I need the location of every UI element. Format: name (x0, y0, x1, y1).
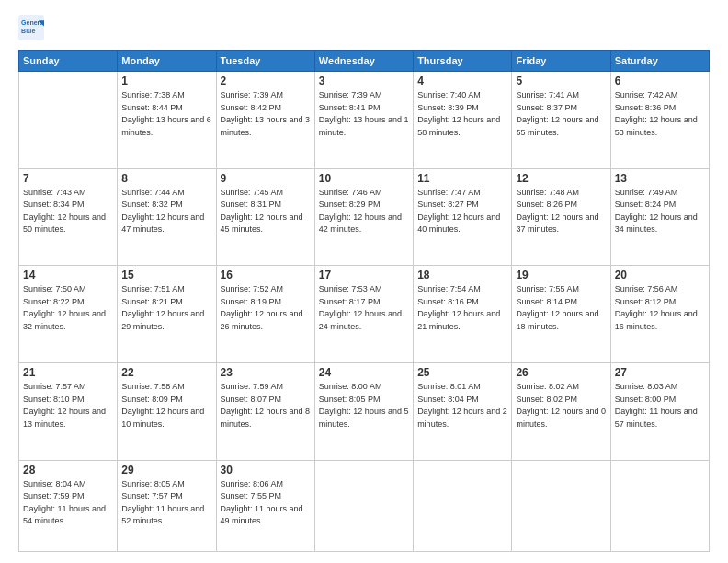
day-number: 21 (23, 366, 113, 379)
day-info: Sunrise: 8:04 AMSunset: 7:59 PMDaylight:… (23, 478, 113, 528)
calendar-table: SundayMondayTuesdayWednesdayThursdayFrid… (18, 50, 710, 552)
calendar-day-cell: 26Sunrise: 8:02 AMSunset: 8:02 PMDayligh… (512, 363, 610, 461)
calendar-day-cell: 18Sunrise: 7:54 AMSunset: 8:16 PMDayligh… (414, 266, 512, 363)
day-info: Sunrise: 7:49 AMSunset: 8:24 PMDaylight:… (615, 187, 705, 236)
day-number: 16 (221, 269, 311, 282)
day-number: 30 (221, 464, 311, 477)
calendar-day-cell: 16Sunrise: 7:52 AMSunset: 8:19 PMDayligh… (216, 266, 314, 363)
calendar-day-cell: 3Sunrise: 7:39 AMSunset: 8:41 PMDaylight… (314, 72, 413, 169)
day-number: 15 (121, 269, 211, 282)
calendar-day-cell: 24Sunrise: 8:00 AMSunset: 8:05 PMDayligh… (314, 363, 413, 461)
calendar-header-friday: Friday (512, 51, 610, 72)
day-info: Sunrise: 8:06 AMSunset: 7:55 PMDaylight:… (221, 478, 311, 528)
day-number: 28 (23, 464, 113, 477)
day-number: 13 (615, 172, 705, 185)
day-number: 14 (23, 269, 113, 282)
day-info: Sunrise: 7:47 AMSunset: 8:27 PMDaylight:… (417, 187, 507, 236)
day-number: 3 (319, 75, 409, 87)
calendar-day-cell: 28Sunrise: 8:04 AMSunset: 7:59 PMDayligh… (19, 460, 118, 551)
day-info: Sunrise: 7:52 AMSunset: 8:19 PMDaylight:… (221, 283, 311, 333)
calendar-day-cell (314, 460, 413, 551)
day-number: 1 (121, 75, 211, 87)
day-number: 8 (121, 172, 211, 185)
calendar-header-saturday: Saturday (610, 51, 709, 72)
calendar-day-cell: 29Sunrise: 8:05 AMSunset: 7:57 PMDayligh… (118, 460, 216, 551)
calendar-day-cell: 27Sunrise: 8:03 AMSunset: 8:00 PMDayligh… (610, 363, 709, 461)
day-info: Sunrise: 7:59 AMSunset: 8:07 PMDaylight:… (221, 381, 311, 431)
calendar-day-cell: 19Sunrise: 7:55 AMSunset: 8:14 PMDayligh… (512, 266, 610, 363)
calendar-day-cell: 22Sunrise: 7:58 AMSunset: 8:09 PMDayligh… (118, 363, 216, 461)
calendar-header-tuesday: Tuesday (216, 51, 314, 72)
day-number: 11 (417, 172, 507, 185)
day-info: Sunrise: 7:55 AMSunset: 8:14 PMDaylight:… (516, 283, 606, 333)
day-number: 27 (615, 366, 705, 379)
day-number: 9 (221, 172, 311, 185)
svg-text:Blue: Blue (21, 28, 35, 34)
day-info: Sunrise: 7:53 AMSunset: 8:17 PMDaylight:… (319, 283, 409, 333)
calendar-week-row: 7Sunrise: 7:43 AMSunset: 8:34 PMDaylight… (19, 168, 710, 266)
day-info: Sunrise: 7:40 AMSunset: 8:39 PMDaylight:… (417, 89, 507, 139)
day-info: Sunrise: 7:50 AMSunset: 8:22 PMDaylight:… (23, 283, 113, 333)
calendar-day-cell: 23Sunrise: 7:59 AMSunset: 8:07 PMDayligh… (216, 363, 314, 461)
day-number: 25 (417, 366, 507, 379)
day-info: Sunrise: 7:54 AMSunset: 8:16 PMDaylight:… (417, 283, 507, 333)
day-info: Sunrise: 7:57 AMSunset: 8:10 PMDaylight:… (23, 381, 113, 431)
day-info: Sunrise: 8:02 AMSunset: 8:02 PMDaylight:… (516, 381, 606, 431)
day-number: 12 (516, 172, 606, 185)
calendar-week-row: 21Sunrise: 7:57 AMSunset: 8:10 PMDayligh… (19, 363, 710, 461)
day-number: 20 (615, 269, 705, 282)
calendar-day-cell: 14Sunrise: 7:50 AMSunset: 8:22 PMDayligh… (19, 266, 118, 363)
day-info: Sunrise: 7:58 AMSunset: 8:09 PMDaylight:… (121, 381, 211, 431)
calendar-day-cell: 8Sunrise: 7:44 AMSunset: 8:32 PMDaylight… (118, 168, 216, 266)
calendar-day-cell: 17Sunrise: 7:53 AMSunset: 8:17 PMDayligh… (314, 266, 413, 363)
header: General Blue (18, 15, 710, 40)
calendar-day-cell (512, 460, 610, 551)
day-info: Sunrise: 7:38 AMSunset: 8:44 PMDaylight:… (121, 89, 211, 139)
day-info: Sunrise: 7:39 AMSunset: 8:42 PMDaylight:… (221, 89, 311, 139)
day-number: 22 (121, 366, 211, 379)
day-number: 26 (516, 366, 606, 379)
day-info: Sunrise: 7:56 AMSunset: 8:12 PMDaylight:… (615, 283, 705, 333)
calendar-header-row: SundayMondayTuesdayWednesdayThursdayFrid… (19, 51, 710, 72)
day-number: 19 (516, 269, 606, 282)
day-info: Sunrise: 7:48 AMSunset: 8:26 PMDaylight:… (516, 187, 606, 236)
calendar-day-cell: 9Sunrise: 7:45 AMSunset: 8:31 PMDaylight… (216, 168, 314, 266)
day-info: Sunrise: 7:42 AMSunset: 8:36 PMDaylight:… (615, 89, 705, 139)
day-info: Sunrise: 8:03 AMSunset: 8:00 PMDaylight:… (615, 381, 705, 431)
calendar-week-row: 14Sunrise: 7:50 AMSunset: 8:22 PMDayligh… (19, 266, 710, 363)
calendar-header-monday: Monday (118, 51, 216, 72)
day-number: 5 (516, 75, 606, 87)
calendar-day-cell: 4Sunrise: 7:40 AMSunset: 8:39 PMDaylight… (414, 72, 512, 169)
day-number: 24 (319, 366, 409, 379)
calendar-week-row: 28Sunrise: 8:04 AMSunset: 7:59 PMDayligh… (19, 460, 710, 551)
calendar-day-cell: 20Sunrise: 7:56 AMSunset: 8:12 PMDayligh… (610, 266, 709, 363)
calendar-day-cell: 25Sunrise: 8:01 AMSunset: 8:04 PMDayligh… (414, 363, 512, 461)
calendar-day-cell (19, 72, 118, 169)
calendar-header-thursday: Thursday (414, 51, 512, 72)
calendar-day-cell: 1Sunrise: 7:38 AMSunset: 8:44 PMDaylight… (118, 72, 216, 169)
day-number: 4 (417, 75, 507, 87)
day-number: 2 (221, 75, 311, 87)
calendar-day-cell: 6Sunrise: 7:42 AMSunset: 8:36 PMDaylight… (610, 72, 709, 169)
logo: General Blue (18, 15, 48, 40)
day-number: 17 (319, 269, 409, 282)
day-number: 18 (417, 269, 507, 282)
logo-icon: General Blue (18, 15, 44, 40)
calendar-day-cell: 12Sunrise: 7:48 AMSunset: 8:26 PMDayligh… (512, 168, 610, 266)
day-info: Sunrise: 8:05 AMSunset: 7:57 PMDaylight:… (121, 478, 211, 528)
calendar-day-cell: 13Sunrise: 7:49 AMSunset: 8:24 PMDayligh… (610, 168, 709, 266)
calendar-day-cell: 30Sunrise: 8:06 AMSunset: 7:55 PMDayligh… (216, 460, 314, 551)
calendar-day-cell (414, 460, 512, 551)
calendar-day-cell: 5Sunrise: 7:41 AMSunset: 8:37 PMDaylight… (512, 72, 610, 169)
day-info: Sunrise: 7:43 AMSunset: 8:34 PMDaylight:… (23, 187, 113, 236)
calendar-day-cell (610, 460, 709, 551)
day-info: Sunrise: 7:44 AMSunset: 8:32 PMDaylight:… (121, 187, 211, 236)
day-number: 7 (23, 172, 113, 185)
calendar-day-cell: 7Sunrise: 7:43 AMSunset: 8:34 PMDaylight… (19, 168, 118, 266)
calendar-day-cell: 2Sunrise: 7:39 AMSunset: 8:42 PMDaylight… (216, 72, 314, 169)
day-info: Sunrise: 8:01 AMSunset: 8:04 PMDaylight:… (417, 381, 507, 431)
day-number: 23 (221, 366, 311, 379)
day-info: Sunrise: 7:41 AMSunset: 8:37 PMDaylight:… (516, 89, 606, 139)
day-info: Sunrise: 7:51 AMSunset: 8:21 PMDaylight:… (121, 283, 211, 333)
day-number: 10 (319, 172, 409, 185)
